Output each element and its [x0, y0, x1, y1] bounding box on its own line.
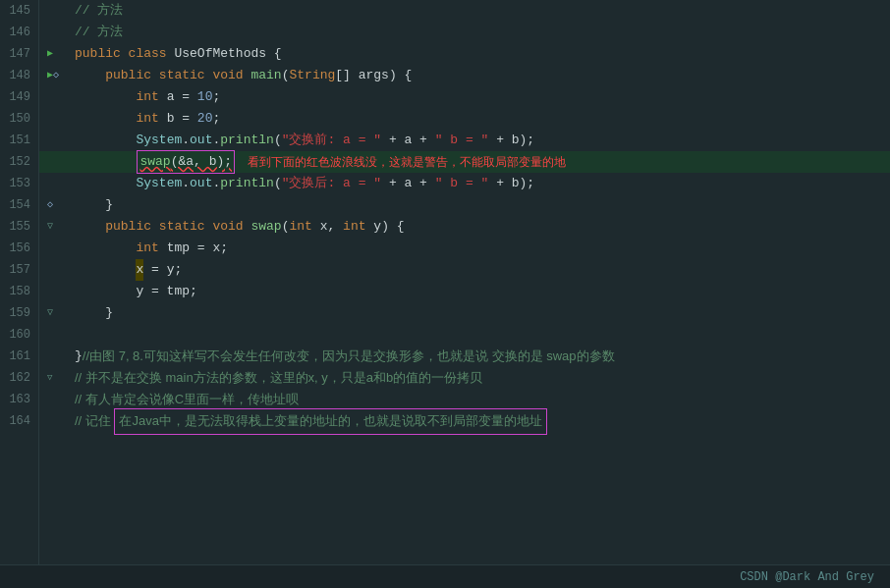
gutter-154: ◇: [47, 194, 75, 216]
comment-145: // 方法: [75, 0, 123, 22]
breakpoint-icon-154: ◇: [47, 194, 53, 216]
statusbar-label: CSDN @Dark And Grey: [740, 570, 874, 584]
annotation-152: 看到下面的红色波浪线没，这就是警告，不能取局部变量的地: [248, 151, 566, 173]
code-line-145: // 方法: [39, 0, 890, 22]
arrow-down-icon-155: ▽: [47, 216, 53, 238]
code-line-147: ▶ public class UseOfMethods {: [39, 43, 890, 65]
code-editor: 145 146 147 148 149 150 151 152 153 154 …: [0, 0, 890, 588]
line-numbers: 145 146 147 148 149 150 151 152 153 154 …: [0, 0, 39, 564]
gutter-159: ▽: [47, 302, 75, 324]
arrow-right-icon: ▶: [47, 43, 53, 65]
code-line-161: }//由图 7, 8.可知这样写不会发生任何改变，因为只是交换形参，也就是说 交…: [39, 346, 890, 367]
arrow-down-icon-159: ▽: [47, 302, 53, 324]
gutter-148: ▶ ◇: [47, 65, 75, 86]
code-line-152: swap(&a, b); 看到下面的红色波浪线没，这就是警告，不能取局部变量的地: [39, 151, 890, 173]
code-line-151: System.out.println("交换前: a = " + a + " b…: [39, 130, 890, 151]
code-line-155: ▽ public static void swap(int x, int y) …: [39, 216, 890, 238]
code-line-160: [39, 324, 890, 346]
x-highlight: x: [136, 259, 143, 281]
swap-highlight-box: swap(&a, b);: [137, 150, 235, 174]
code-line-149: int a = 10;: [39, 86, 890, 108]
statusbar: CSDN @Dark And Grey: [0, 564, 890, 588]
code-line-154: ◇ }: [39, 194, 890, 216]
code-line-148: ▶ ◇ public static void main(String[] arg…: [39, 65, 890, 86]
note-box-164: 在Java中，是无法取得栈上变量的地址的，也就是说取不到局部变量的地址: [114, 408, 546, 435]
code-area: 145 146 147 148 149 150 151 152 153 154 …: [0, 0, 890, 564]
code-line-157: x = y;: [39, 259, 890, 281]
code-line-162: ▽ // 并不是在交换 main方法的参数，这里的x, y，只是a和b的值的一份…: [39, 367, 890, 389]
gutter-155: ▽: [47, 216, 75, 238]
code-line-153: System.out.println("交换后: a = " + a + " b…: [39, 173, 890, 194]
arrow-down-icon-162: ▽: [47, 367, 52, 389]
comment-146: // 方法: [75, 22, 123, 43]
breakpoint-icon-148: ◇: [53, 65, 59, 86]
code-lines: // 方法 // 方法 ▶ public class UseOfMethods …: [39, 0, 890, 564]
code-line-158: y = tmp;: [39, 281, 890, 302]
gutter-147: ▶: [47, 43, 75, 65]
code-line-146: // 方法: [39, 22, 890, 43]
code-line-156: int tmp = x;: [39, 238, 890, 259]
code-line-164: // 记住 在Java中，是无法取得栈上变量的地址的，也就是说取不到局部变量的地…: [39, 410, 890, 432]
gutter-162: ▽: [47, 367, 75, 389]
code-line-159: ▽ }: [39, 302, 890, 324]
code-line-150: int b = 20;: [39, 108, 890, 130]
